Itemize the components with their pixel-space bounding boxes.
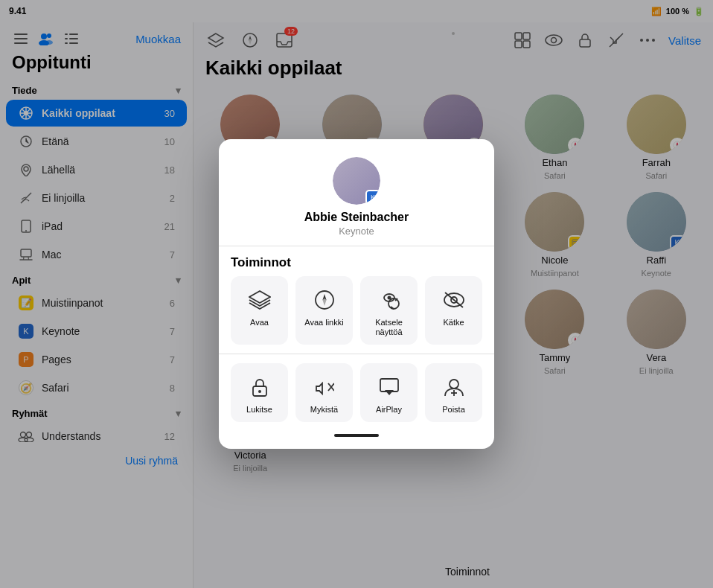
- svg-rect-87: [380, 379, 398, 392]
- modal-actions-row2: Lukitse Mykistä AirPlay Po: [219, 354, 494, 431]
- action-poista-icon: [441, 374, 467, 400]
- action-poista-label: Poista: [442, 405, 465, 415]
- svg-point-79: [387, 295, 391, 299]
- action-poista[interactable]: Poista: [425, 363, 482, 422]
- action-lukitse[interactable]: Lukitse: [231, 363, 288, 422]
- action-katsele[interactable]: Katsele näyttöä: [360, 276, 418, 345]
- action-lukitse-label: Lukitse: [246, 405, 272, 415]
- action-katke[interactable]: Kätke: [425, 276, 482, 345]
- svg-marker-88: [385, 390, 394, 395]
- modal-overlay[interactable]: K Abbie Steinbacher Keynote Toiminnot Av…: [0, 0, 713, 588]
- modal-student-avatar: K: [333, 157, 380, 205]
- svg-marker-74: [322, 298, 326, 306]
- action-avaa-label: Avaa: [250, 318, 269, 327]
- action-mykista-icon: [311, 374, 338, 400]
- modal-header: K Abbie Steinbacher Keynote: [219, 139, 494, 246]
- modal-app-badge: K: [365, 190, 380, 205]
- action-avaa-icon: [246, 287, 273, 313]
- modal-scroll-indicator: [334, 434, 379, 437]
- action-avaa[interactable]: Avaa: [231, 276, 288, 345]
- action-avaa-linkki-icon: [311, 287, 338, 313]
- action-mykista-label: Mykistä: [310, 405, 338, 415]
- action-lukitse-icon: [246, 374, 273, 400]
- modal-student-app: Keynote: [339, 226, 374, 237]
- modal-section-title: Toiminnot: [219, 246, 494, 276]
- action-airplay-label: AirPlay: [376, 405, 402, 415]
- svg-point-89: [450, 380, 458, 389]
- action-avaa-linkki[interactable]: Avaa linkki: [295, 276, 353, 345]
- action-airplay[interactable]: AirPlay: [360, 363, 418, 422]
- action-katsele-label: Katsele näyttöä: [363, 318, 415, 337]
- modal-student-name: Abbie Steinbacher: [304, 211, 409, 224]
- action-katke-icon: [441, 287, 467, 313]
- action-airplay-icon: [376, 374, 403, 400]
- action-katke-label: Kätke: [443, 318, 464, 327]
- action-avaa-linkki-label: Avaa linkki: [304, 318, 343, 327]
- svg-point-84: [258, 390, 261, 393]
- action-modal: K Abbie Steinbacher Keynote Toiminnot Av…: [219, 139, 494, 450]
- modal-actions: Avaa Avaa linkki Katsele näyttöä: [219, 276, 494, 354]
- action-katsele-icon: [376, 287, 403, 313]
- action-mykista[interactable]: Mykistä: [295, 363, 353, 422]
